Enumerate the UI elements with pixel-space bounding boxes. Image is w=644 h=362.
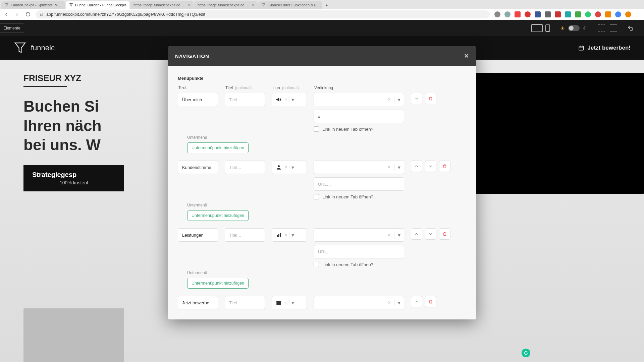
move-down-button[interactable]	[411, 93, 422, 104]
delete-button[interactable]	[425, 93, 436, 104]
ext-icon[interactable]	[585, 11, 591, 17]
clear-icon[interactable]: ×	[388, 97, 391, 103]
mobile-preview-icon[interactable]	[545, 24, 550, 32]
delete-button[interactable]	[425, 296, 436, 307]
ext-icon[interactable]	[494, 11, 500, 17]
clear-icon[interactable]: ×	[388, 300, 391, 306]
url-text: app.funnelcockpit.com/funnel/zhYZY7bGzgo…	[46, 12, 205, 17]
elements-panel-toggle[interactable]: Elemente	[0, 23, 24, 33]
profile-avatar[interactable]	[625, 11, 631, 17]
menu-title-input[interactable]	[225, 228, 265, 242]
menu-text-input[interactable]	[178, 228, 218, 242]
snap-toggle-icon[interactable]	[610, 24, 617, 32]
desktop-preview-icon[interactable]	[531, 24, 543, 32]
reload-button[interactable]	[25, 11, 31, 17]
icon-select[interactable]: × ▾	[272, 228, 307, 242]
browser-tab[interactable]: FunnelBuilder Funktionen & El… ×	[258, 1, 322, 9]
clear-icon[interactable]: ×	[285, 165, 287, 170]
ext-icon[interactable]	[575, 11, 581, 17]
tab-label: Funnel Builder - FunnelCockpit	[75, 3, 126, 7]
svg-rect-7	[276, 301, 281, 302]
browser-tab[interactable]: https://page.funnelcockpit.co… ×	[130, 1, 194, 9]
clear-icon[interactable]: ×	[285, 300, 287, 305]
move-up-button[interactable]	[411, 296, 422, 307]
add-submenu-button[interactable]: Untermenüpunkt hinzufügen	[187, 278, 249, 289]
browser-tab[interactable]: https://page.funnelcockpit.co… ×	[194, 1, 258, 9]
theme-switch[interactable]	[568, 25, 580, 31]
chevron-down-icon[interactable]: ▾	[291, 97, 294, 103]
back-button[interactable]	[3, 11, 9, 17]
link-url-input[interactable]	[314, 110, 404, 123]
grid-toggle-icon[interactable]	[598, 24, 605, 32]
grammarly-badge-icon[interactable]: G	[522, 349, 530, 357]
move-down-button[interactable]	[425, 228, 436, 240]
menu-title-input[interactable]	[225, 93, 265, 106]
link-url-input[interactable]	[314, 177, 404, 191]
close-icon[interactable]: ×	[464, 52, 469, 60]
link-type-select[interactable]: × ▾	[314, 161, 404, 174]
link-type-select[interactable]: × ▾	[314, 228, 404, 242]
menu-text-input[interactable]	[178, 161, 218, 174]
add-submenu-button[interactable]: Untermenüpunkt hinzufügen	[187, 142, 249, 153]
menu-text-input[interactable]	[178, 93, 218, 106]
chevron-down-icon[interactable]: ▾	[398, 232, 400, 238]
icon-select[interactable]: × ▾	[272, 296, 307, 309]
ext-icon[interactable]	[615, 11, 621, 17]
move-up-button[interactable]	[411, 161, 422, 172]
clear-icon[interactable]: ×	[285, 233, 287, 237]
newtab-checkbox-row[interactable]: Link in neuem Tab öffnen?	[314, 126, 404, 132]
icon-select[interactable]: × ▾	[272, 93, 307, 106]
navigation-settings-modal: NAVIGATION × Menüpunkte Text Titel(optio…	[168, 46, 476, 319]
icon-select[interactable]: × ▾	[272, 161, 307, 174]
moon-icon[interactable]: ☾	[583, 25, 588, 32]
menu-title-input[interactable]	[225, 161, 265, 174]
link-type-select[interactable]: × ▾	[314, 296, 404, 309]
svg-point-2	[278, 165, 280, 167]
modal-backdrop: NAVIGATION × Menüpunkte Text Titel(optio…	[0, 36, 644, 362]
ext-icon[interactable]	[545, 11, 551, 17]
sun-icon[interactable]: ☀	[560, 25, 565, 32]
link-url-input[interactable]	[314, 245, 404, 258]
chevron-down-icon[interactable]: ▾	[291, 300, 294, 306]
ext-icon[interactable]	[504, 11, 511, 17]
checkbox[interactable]	[314, 262, 319, 267]
move-down-button[interactable]	[425, 161, 436, 172]
delete-button[interactable]	[439, 161, 450, 172]
newtab-checkbox-row[interactable]: Link in neuem Tab öffnen?	[314, 262, 404, 267]
address-bar[interactable]: app.funnelcockpit.com/funnel/zhYZY7bGzgo…	[36, 10, 490, 18]
chevron-down-icon[interactable]: ▾	[291, 232, 294, 238]
chevron-down-icon[interactable]: ▾	[398, 300, 400, 306]
ext-icon[interactable]	[515, 11, 521, 17]
link-type-select[interactable]: × ▾	[314, 93, 404, 106]
checkbox[interactable]	[314, 126, 319, 132]
clear-icon[interactable]: ×	[388, 232, 391, 238]
close-icon[interactable]: ×	[252, 3, 254, 7]
browser-tab[interactable]: FunnelCockpit - Splittests, M… ×	[1, 1, 65, 9]
chevron-down-icon[interactable]: ▾	[398, 164, 400, 171]
ext-icon[interactable]	[565, 11, 571, 17]
ext-icon[interactable]	[595, 11, 601, 17]
browser-tab[interactable]: Funnel Builder - FunnelCockpit ×	[66, 1, 129, 9]
newtab-checkbox-row[interactable]: Link in neuem Tab öffnen?	[314, 194, 404, 199]
layout-tools	[598, 24, 617, 32]
ext-icon[interactable]	[555, 11, 561, 17]
undo-button[interactable]	[627, 25, 634, 32]
forward-button[interactable]	[14, 11, 20, 17]
add-submenu-button[interactable]: Untermenüpunkt hinzufügen	[187, 210, 249, 221]
ext-icon[interactable]	[525, 11, 531, 17]
checkbox[interactable]	[314, 194, 319, 199]
move-up-button[interactable]	[411, 228, 422, 240]
kebab-menu-icon[interactable]: ⋮	[635, 11, 641, 17]
clear-icon[interactable]: ×	[285, 97, 287, 102]
chevron-down-icon[interactable]: ▾	[398, 97, 400, 103]
ext-icon[interactable]	[605, 11, 611, 17]
editor-toolbar: Elemente ☀ ☾	[0, 20, 644, 36]
chevron-down-icon[interactable]: ▾	[291, 164, 294, 171]
menu-text-input[interactable]	[178, 296, 218, 309]
close-icon[interactable]: ×	[188, 3, 190, 7]
clear-icon[interactable]: ×	[388, 164, 391, 170]
menu-title-input[interactable]	[225, 296, 265, 309]
new-tab-button[interactable]: +	[323, 2, 331, 9]
ext-icon[interactable]	[535, 11, 541, 17]
delete-button[interactable]	[439, 228, 450, 240]
